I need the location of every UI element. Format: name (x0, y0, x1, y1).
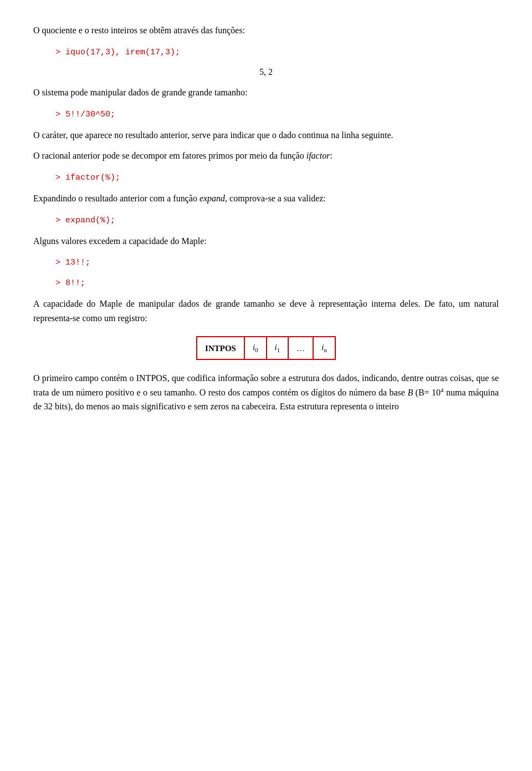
base-value: 10 (432, 388, 441, 397)
code-13-block: > 13!!; (55, 255, 499, 270)
intpos-i1-sub: 1 (277, 347, 280, 353)
sentence-expand-pre: Expandindo o resultado anterior com a fu… (33, 194, 200, 203)
intpos-in-cell: in (313, 337, 335, 359)
sentence-capacidade: A capacidade do Maple de manipular dados… (33, 297, 499, 325)
sentence-expand: Expandindo o resultado anterior com a fu… (33, 191, 499, 206)
code-factorial-block: > 5!!/30^50; (55, 106, 499, 121)
word-expand: expand, (200, 194, 227, 203)
intpos-i0-sub: 0 (255, 347, 258, 353)
intpos-table: INTPOS i0 i1 … in (196, 336, 336, 360)
code-ifactor: > ifactor(%); (55, 173, 120, 182)
sentence-expand-post: comprova-se a sua validez: (227, 194, 326, 203)
intpos-i0-cell: i0 (244, 337, 267, 359)
intpos-i1-cell: i1 (267, 337, 289, 359)
sentence-caracter: O caráter, que aparece no resultado ante… (33, 128, 499, 143)
intro-sentence: O quociente e o resto inteiros se obtêm … (33, 23, 499, 38)
word-ifactor: ifactor (306, 151, 330, 160)
code-iquo-block: > iquo(17,3), irem(17,3); (55, 44, 499, 59)
code-expand: > expand(%); (55, 216, 115, 225)
sentence-racional: O racional anterior pode se decompor em … (33, 149, 499, 163)
sentence-alguns: Alguns valores excedem a capacidade do M… (33, 234, 499, 248)
word-B: B (407, 388, 413, 397)
code-factorial: > 5!!/30^50; (55, 110, 115, 119)
code-8: > 8!!; (55, 278, 85, 288)
result-52: 5, 2 (33, 65, 499, 79)
code-8-block: > 8!!; (55, 275, 499, 290)
intpos-label-cell: INTPOS (197, 337, 244, 359)
intpos-dots-cell: … (288, 337, 313, 359)
sentence-sistema: O sistema pode manipular dados de grande… (33, 85, 499, 100)
code-13: > 13!!; (55, 258, 90, 267)
sentence-campo1-mid: (B= (413, 388, 432, 397)
code-ifactor-block: > ifactor(%); (55, 170, 499, 185)
sentence-campo1: O primeiro campo contém o INTPOS, que co… (33, 371, 499, 414)
sentence-racional-pre: O racional anterior pode se decompor em … (33, 151, 306, 160)
intpos-in-sub: n (324, 347, 327, 353)
result-52-value: 5, 2 (259, 67, 273, 77)
sentence-racional-end: : (330, 151, 332, 160)
code-iquo: > iquo(17,3), irem(17,3); (55, 48, 180, 57)
code-expand-block: > expand(%); (55, 212, 499, 227)
intpos-diagram: INTPOS i0 i1 … in (33, 336, 499, 360)
